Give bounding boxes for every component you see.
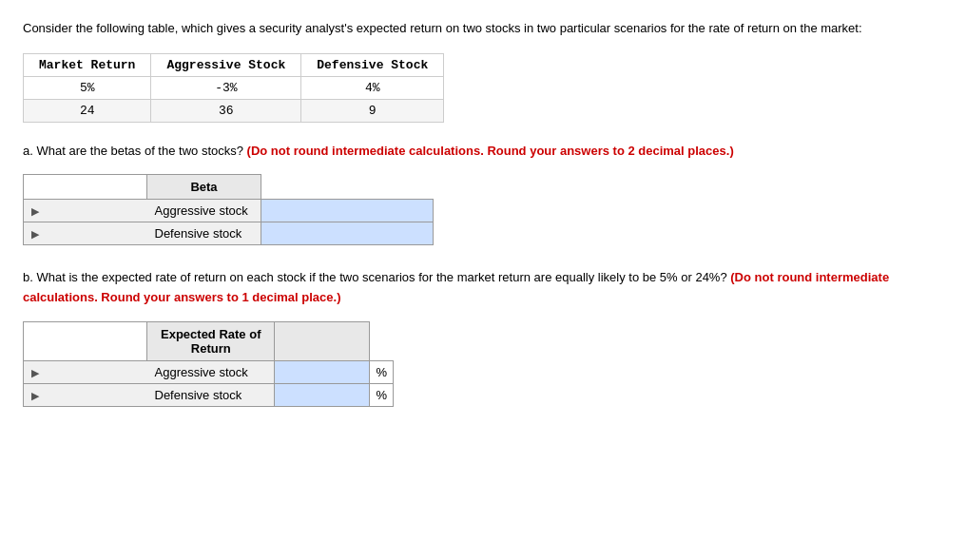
col-aggressive-stock: Aggressive Stock [151, 53, 301, 76]
beta-col-header: Beta [147, 175, 261, 200]
defensive-row2: 9 [301, 99, 444, 122]
market-return-row1: 5% [24, 76, 151, 99]
market-return-row2: 24 [24, 99, 151, 122]
question-b-text: b. What is the expected rate of return o… [23, 268, 943, 308]
arrow-icon: ▶ [31, 228, 39, 240]
er-col-header-line2: Return [191, 341, 231, 356]
er-col-header: Expected Rate of Return [147, 321, 275, 360]
arrow-icon: ▶ [31, 367, 39, 378]
aggressive-er-unit: % [370, 360, 394, 383]
aggressive-row1: -3% [151, 76, 301, 99]
aggressive-er-arrow-cell: ▶ [24, 360, 147, 383]
col-market-return: Market Return [24, 53, 151, 76]
er-col-header-line1: Expected Rate of [161, 327, 261, 341]
defensive-row1: 4% [301, 76, 444, 99]
aggressive-row2: 36 [151, 99, 301, 122]
beta-row-aggressive: ▶ Aggressive stock [24, 200, 434, 222]
table-row: 5% -3% 4% [24, 76, 444, 99]
aggressive-beta-input-cell[interactable] [261, 200, 434, 222]
er-row-defensive: ▶ Defensive stock % [24, 383, 394, 406]
beta-answer-table: Beta ▶ Aggressive stock ▶ Defensive stoc… [23, 174, 434, 245]
aggressive-arrow-cell: ▶ [24, 200, 147, 222]
defensive-beta-input-cell[interactable] [261, 222, 434, 245]
defensive-er-input-cell[interactable] [275, 383, 370, 406]
beta-row-defensive: ▶ Defensive stock [24, 222, 434, 245]
defensive-er-label: Defensive stock [147, 383, 275, 406]
defensive-beta-input[interactable] [261, 222, 433, 244]
er-empty-header [24, 321, 147, 360]
aggressive-label: Aggressive stock [147, 200, 261, 222]
defensive-er-unit: % [370, 383, 394, 406]
defensive-arrow-cell: ▶ [24, 222, 147, 245]
aggressive-beta-input[interactable] [261, 200, 433, 222]
question-a-prefix: a. What are the betas of the two stocks? [23, 144, 243, 158]
question-a-text: a. What are the betas of the two stocks?… [23, 142, 943, 162]
beta-empty-header [24, 175, 147, 200]
table-row: 24 36 9 [24, 99, 444, 122]
arrow-icon: ▶ [31, 390, 39, 401]
er-row-aggressive: ▶ Aggressive stock % [24, 360, 394, 383]
defensive-er-arrow-cell: ▶ [24, 383, 147, 406]
er-unit-header [275, 321, 370, 360]
question-a-bold: (Do not round intermediate calculations.… [243, 144, 734, 158]
arrow-icon: ▶ [31, 205, 39, 217]
defensive-label: Defensive stock [147, 222, 261, 245]
expected-return-answer-table: Expected Rate of Return ▶ Aggressive sto… [23, 321, 394, 407]
question-b-prefix: b. What is the expected rate of return o… [23, 270, 727, 284]
data-table: Market Return Aggressive Stock Defensive… [23, 53, 444, 123]
col-defensive-stock: Defensive Stock [301, 53, 444, 76]
intro-text: Consider the following table, which give… [23, 19, 943, 38]
aggressive-er-label: Aggressive stock [147, 360, 275, 383]
defensive-er-input[interactable] [275, 384, 369, 406]
aggressive-er-input[interactable] [275, 361, 369, 383]
aggressive-er-input-cell[interactable] [275, 360, 370, 383]
